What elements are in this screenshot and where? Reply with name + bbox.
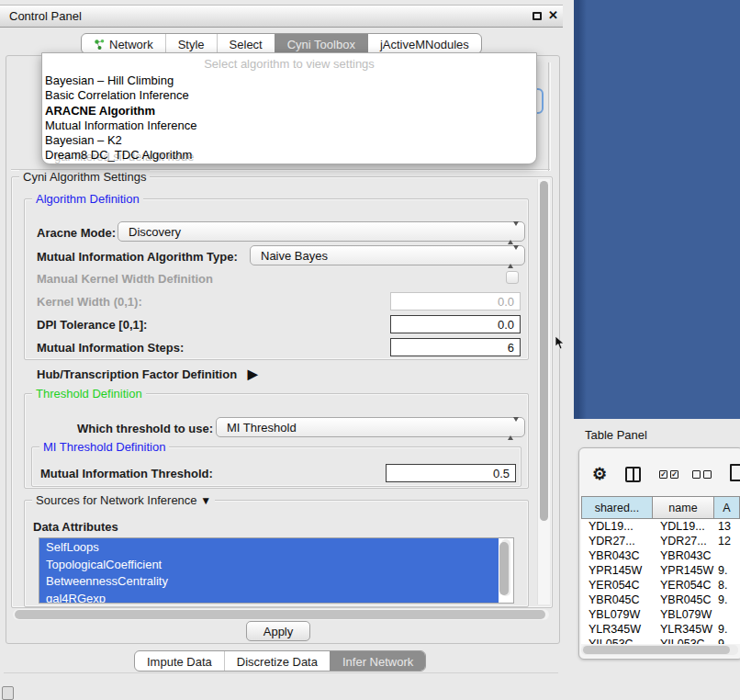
- table-cell: 13: [714, 519, 740, 534]
- mi-type-combo[interactable]: Naive Bayes: [250, 245, 525, 265]
- which-threshold-value: MI Threshold: [227, 421, 297, 435]
- minimized-panel-icon[interactable]: [2, 686, 14, 700]
- table-cell: 9.: [714, 622, 740, 637]
- scrollbar-thumb[interactable]: [15, 610, 545, 619]
- float-window-icon[interactable]: [533, 12, 542, 20]
- attribute-item-betweennesscentrality[interactable]: BetweennessCentrality: [39, 572, 499, 590]
- kernel-width-label: Kernel Width (0,1):: [37, 295, 142, 309]
- attributes-scrollbar[interactable]: [501, 539, 510, 596]
- network-view-panel: GALGAL80GAL10GAL1GAL11SWI4GAL4GCY1HAP4YH…: [574, 0, 740, 419]
- dpi-tolerance-field[interactable]: 0.0: [390, 315, 521, 333]
- tab-label: Select: [230, 38, 263, 51]
- manual-kernel-checkbox: [506, 271, 519, 284]
- dropdown-item-bayesian-k2[interactable]: Bayesian – K2: [45, 133, 196, 148]
- aracne-mode-value: Discovery: [129, 225, 181, 239]
- table-panel-title: Table Panel: [585, 428, 647, 442]
- table-cell: YIL053C: [581, 637, 653, 644]
- network-icon: [94, 39, 105, 51]
- table-cell: YDR27...: [581, 534, 653, 548]
- mi-steps-field[interactable]: 6: [390, 338, 521, 356]
- dropdown-item-dream8-dc-tdc-algorithm[interactable]: Dream8 DC_TDC Algorithm: [45, 148, 196, 163]
- close-icon[interactable]: ✕: [548, 8, 558, 22]
- algorithm-dropdown-popup: Select algorithm to view settings gal-fi…: [41, 52, 537, 164]
- tab-infer-network[interactable]: Infer Network: [330, 651, 425, 671]
- table-cell: YBL079W: [581, 607, 653, 622]
- control-tab-bar: NetworkStyleSelectCyni ToolboxjActiveMNo…: [81, 33, 482, 54]
- collapse-down-icon[interactable]: ▼: [200, 494, 211, 507]
- table-row[interactable]: YPR145WYPR145W9.: [581, 563, 740, 578]
- mi-steps-label: Mutual Information Steps:: [37, 341, 184, 355]
- aracne-mode-combo[interactable]: Discovery: [118, 221, 525, 242]
- mi-threshold-label: Mutual Information Threshold:: [40, 467, 213, 480]
- tab-jactivemnodules[interactable]: jActiveMNodules: [367, 34, 481, 53]
- table-row[interactable]: YIL053CYIL053C9.: [581, 637, 740, 644]
- manual-kernel-label: Manual Kernel Width Definition: [37, 272, 213, 286]
- tab-network[interactable]: Network: [82, 34, 165, 53]
- table-row[interactable]: YBR045CYBR045C9.: [581, 593, 740, 607]
- table-cell: YBR043C: [653, 548, 714, 563]
- attribute-item-selfloops[interactable]: SelfLoops: [39, 538, 499, 556]
- table-cell: YDL19...: [581, 519, 653, 534]
- column-header-a[interactable]: A: [714, 496, 740, 519]
- table-row[interactable]: YBR043CYBR043C: [581, 548, 740, 563]
- tab-label: Infer Network: [342, 655, 413, 669]
- dropdown-item-aracne-algorithm[interactable]: ARACNE Algorithm: [45, 104, 196, 119]
- table-cell: YER054C: [653, 578, 714, 593]
- table-cell: 8.: [714, 578, 740, 593]
- table-cell: 9.: [714, 593, 740, 607]
- mi-type-label: Mutual Information Algorithm Type:: [37, 250, 238, 264]
- scrollbar-thumb[interactable]: [583, 646, 730, 654]
- dpi-tolerance-label: DPI Tolerance [0,1]:: [37, 318, 147, 332]
- settings-group-title: Cyni Algorithm Settings: [19, 170, 150, 184]
- dropdown-item-basic-correlation-inference[interactable]: Basic Correlation Inference: [45, 88, 196, 103]
- panel-title: Control Panel: [9, 9, 82, 23]
- tab-label: jActiveMNodules: [380, 38, 469, 51]
- attribute-item-gal4rgexp[interactable]: gal4RGexp: [39, 590, 499, 604]
- tab-cyni-toolbox[interactable]: Cyni Toolbox: [275, 34, 367, 53]
- table-row[interactable]: YLR345WYLR345W9.: [581, 622, 740, 637]
- attribute-item-topologicalcoefficient[interactable]: TopologicalCoefficient: [39, 556, 499, 573]
- tab-impute-data[interactable]: Impute Data: [135, 651, 224, 671]
- table-cell: 9.: [714, 563, 740, 578]
- hub-definition-expander[interactable]: Hub/Transcription Factor Definition ▶: [37, 367, 258, 381]
- column-header-name[interactable]: name: [653, 496, 714, 519]
- data-attributes-list[interactable]: SelfLoopsTopologicalCoefficientBetweenne…: [39, 537, 514, 604]
- sources-title-text: Sources for Network Inference: [36, 493, 197, 507]
- algorithm-definition-title: Algorithm Definition: [32, 192, 143, 206]
- which-threshold-combo[interactable]: MI Threshold: [216, 417, 525, 437]
- tab-label: Style: [178, 38, 205, 51]
- unchecked-pair-icon[interactable]: [692, 470, 712, 479]
- settings-horizontal-scrollbar[interactable]: [13, 609, 549, 620]
- tab-label: Discretize Data: [237, 655, 318, 669]
- tab-discretize-data[interactable]: Discretize Data: [224, 651, 330, 671]
- table-cell: YDR27...: [653, 534, 714, 548]
- split-columns-icon[interactable]: [625, 467, 641, 482]
- kernel-width-field: 0.0: [390, 292, 521, 310]
- mi-threshold-field[interactable]: 0.5: [386, 464, 516, 482]
- checked-pair-icon[interactable]: ✓✓: [659, 470, 678, 479]
- table-horizontal-scrollbar[interactable]: [581, 645, 738, 655]
- table-cell: YDL19...: [653, 519, 714, 534]
- table-row[interactable]: YDR27...YDR27...12: [581, 534, 740, 548]
- dropdown-item-mutual-information-inference[interactable]: Mutual Information Inference: [45, 119, 196, 133]
- dropdown-placeholder: Select algorithm to view settings: [42, 57, 536, 71]
- control-panel-titlebar: Control Panel ✕: [0, 5, 563, 28]
- settings-vertical-scrollbar[interactable]: [537, 179, 550, 604]
- apply-button[interactable]: Apply: [246, 621, 310, 641]
- column-header-shared[interactable]: shared...: [581, 496, 653, 519]
- table-cell: YPR145W: [653, 563, 714, 578]
- scrollbar-thumb[interactable]: [499, 542, 509, 595]
- scrollbar-thumb[interactable]: [540, 181, 548, 521]
- table-row[interactable]: YER054CYER054C8.: [581, 578, 740, 593]
- dropdown-item-bayesian-hill-climbing[interactable]: Bayesian – Hill Climbing: [45, 73, 196, 88]
- tab-select[interactable]: Select: [217, 34, 275, 53]
- gear-icon[interactable]: ⚙: [592, 464, 607, 484]
- table-row[interactable]: YDL19...YDL19...13: [581, 519, 740, 534]
- page-icon[interactable]: [730, 464, 740, 481]
- aracne-mode-label: Aracne Mode:: [37, 226, 116, 240]
- tab-style[interactable]: Style: [165, 34, 217, 53]
- expand-right-icon[interactable]: ▶: [248, 367, 258, 381]
- dropdown-item-list: Bayesian – Hill ClimbingBasic Correlatio…: [45, 73, 196, 164]
- table-row[interactable]: YBL079WYBL079W: [581, 607, 740, 622]
- sources-group-title[interactable]: Sources for Network Inference ▼: [32, 493, 215, 507]
